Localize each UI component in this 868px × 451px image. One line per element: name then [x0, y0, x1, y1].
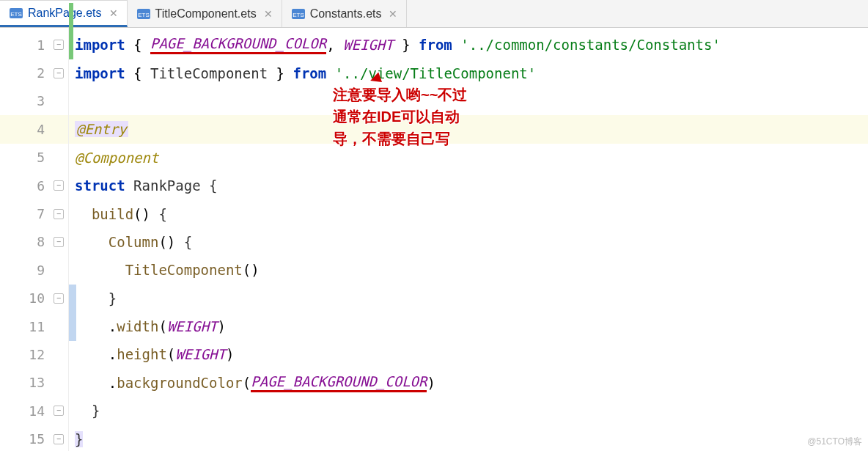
code-line-3 [69, 87, 868, 115]
code-line-8: Column() { [69, 228, 868, 256]
code-line-9: TitleComponent() [69, 256, 868, 284]
line-number: 13 [0, 369, 68, 397]
editor: 1− 2− 3 4 5 6− 7− 8− 9 10− 11 12 13 14− … [0, 28, 868, 451]
svg-text:ETS: ETS [138, 12, 150, 18]
tab-label: RankPage.ets [28, 7, 102, 20]
tab-rankpage[interactable]: ETS RankPage.ets ✕ [0, 0, 128, 27]
ets-file-icon: ETS [9, 6, 23, 21]
line-number: 3 [0, 87, 68, 115]
line-number: 5 [0, 144, 68, 172]
fold-icon[interactable]: − [54, 406, 64, 416]
line-number: 2− [0, 59, 68, 87]
ets-file-icon: ETS [136, 7, 151, 21]
fold-icon[interactable]: − [54, 209, 64, 219]
code-line-1: import { PAGE_BACKGROUND_COLOR, WEIGHT }… [69, 31, 868, 59]
fold-icon[interactable]: − [54, 40, 64, 50]
line-number: 12 [0, 340, 68, 368]
code-line-4: @Entry [69, 115, 868, 143]
code-line-14: } [69, 397, 868, 425]
line-number: 10− [0, 285, 68, 312]
line-number: 6− [0, 172, 68, 199]
code-area[interactable]: import { PAGE_BACKGROUND_COLOR, WEIGHT }… [69, 28, 868, 451]
code-line-10: } [69, 285, 868, 312]
line-number: 8− [0, 228, 68, 256]
code-line-12: .height(WEIGHT) [69, 340, 868, 368]
watermark: @51CTO博客 [807, 436, 862, 448]
code-line-6: struct RankPage { [69, 172, 868, 199]
tab-label: Constants.ets [310, 7, 382, 21]
fold-icon[interactable]: − [54, 293, 64, 304]
line-number: 14− [0, 397, 68, 425]
code-line-13: .backgroundColor(PAGE_BACKGROUND_COLOR) [69, 369, 868, 397]
fold-icon[interactable]: − [54, 237, 64, 247]
fold-icon[interactable]: − [54, 180, 64, 191]
code-line-5: @Component [69, 144, 868, 172]
code-line-7: build() { [69, 199, 868, 227]
svg-text:ETS: ETS [10, 11, 22, 18]
annotation-text: 注意要导入哟~~不过 通常在IDE可以自动 导，不需要自己写 [333, 84, 467, 150]
tab-constants[interactable]: ETS Constants.ets ✕ [282, 0, 408, 27]
fold-icon[interactable]: − [54, 434, 64, 444]
tab-bar: ETS RankPage.ets ✕ ETS TitleComponent.et… [0, 0, 868, 28]
fold-icon[interactable]: − [54, 68, 64, 78]
close-icon[interactable]: ✕ [109, 7, 118, 19]
line-number: 15− [0, 425, 68, 451]
close-icon[interactable]: ✕ [264, 8, 273, 20]
close-icon[interactable]: ✕ [389, 8, 397, 20]
gutter: 1− 2− 3 4 5 6− 7− 8− 9 10− 11 12 13 14− … [0, 28, 69, 451]
tab-titlecomponent[interactable]: ETS TitleComponent.ets ✕ [128, 0, 282, 27]
line-number: 11 [0, 312, 68, 340]
line-number: 1− [0, 31, 68, 59]
tab-label: TitleComponent.ets [155, 7, 257, 21]
ets-file-icon: ETS [291, 7, 306, 21]
line-number: 4 [0, 115, 68, 143]
code-line-2: import { TitleComponent } from '../view/… [69, 59, 868, 87]
line-number: 7− [0, 199, 68, 227]
code-line-15: } [69, 425, 868, 451]
code-line-11: .width(WEIGHT) [69, 312, 868, 340]
svg-text:ETS: ETS [293, 12, 304, 18]
line-number: 9 [0, 256, 68, 284]
